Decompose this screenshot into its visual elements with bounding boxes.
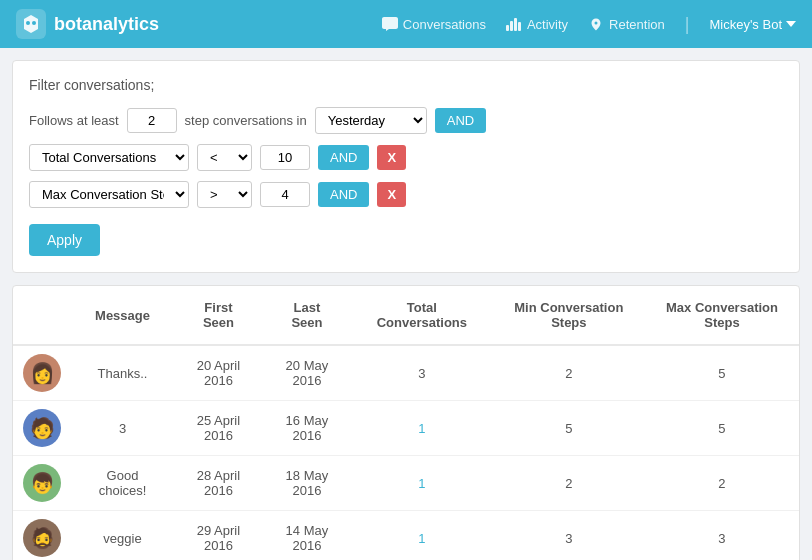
message-cell: 3 [71,401,174,456]
op-select-1[interactable]: < > = <= >= [197,144,252,171]
conversations-icon [382,17,398,31]
logo-icon [16,9,46,39]
main-content: Filter conversations; Follows at least s… [0,48,812,560]
min-steps-cell: 2 [493,456,645,511]
avatar[interactable]: 🧔 [23,519,61,557]
activity-icon [506,17,522,31]
table-row: 👩Thanks..20 April 201620 May 2016325 [13,345,799,401]
col-avatar [13,286,71,345]
filter-condition-row-2: Total Conversations Min Conversation Ste… [29,181,783,208]
follows-label: Follows at least [29,113,119,128]
filter-panel: Filter conversations; Follows at least s… [12,60,800,273]
op-select-2[interactable]: < > = <= >= [197,181,252,208]
last-seen-cell: 20 May 2016 [263,345,351,401]
max-steps-cell: 3 [645,511,799,561]
retention-icon [588,17,604,31]
avatar[interactable]: 🧑 [23,409,61,447]
first-seen-cell: 29 April 2016 [174,511,263,561]
col-message: Message [71,286,174,345]
total-conversations-cell[interactable]: 1 [351,456,493,511]
table-row: 🧑325 April 201616 May 2016155 [13,401,799,456]
nav-bot-selector[interactable]: Mickey's Bot [709,17,796,32]
min-steps-cell: 3 [493,511,645,561]
avatar-cell: 👩 [13,345,71,401]
svg-rect-3 [506,25,509,31]
nav-retention-label: Retention [609,17,665,32]
filter-condition-row-1: Total Conversations Min Conversation Ste… [29,144,783,171]
chevron-down-icon [786,21,796,27]
col-total-conversations: Total Conversations [351,286,493,345]
last-seen-cell: 18 May 2016 [263,456,351,511]
table-row: 👦Good choices!28 April 201618 May 201612… [13,456,799,511]
main-and-button[interactable]: AND [435,108,486,133]
avatar-cell: 🧔 [13,511,71,561]
svg-rect-4 [510,21,513,31]
nav-divider: | [685,14,690,35]
avatar-cell: 🧑 [13,401,71,456]
metric-select-2[interactable]: Total Conversations Min Conversation Ste… [29,181,189,208]
last-seen-cell: 16 May 2016 [263,401,351,456]
col-max-steps: Max Conversation Steps [645,286,799,345]
filter-title: Filter conversations; [29,77,783,93]
min-steps-input[interactable] [127,108,177,133]
min-steps-cell: 5 [493,401,645,456]
and-button-1[interactable]: AND [318,145,369,170]
nav-retention[interactable]: Retention [588,17,665,32]
col-min-steps: Min Conversation Steps [493,286,645,345]
filter-main-row: Follows at least step conversations in Y… [29,107,783,134]
metric-select-1[interactable]: Total Conversations Min Conversation Ste… [29,144,189,171]
conversations-table: Message First Seen Last Seen Total Conve… [13,286,799,560]
logo-text: botanalytics [54,14,159,35]
svg-rect-6 [518,22,521,31]
nav-activity[interactable]: Activity [506,17,568,32]
total-conversations-cell: 3 [351,345,493,401]
apply-button[interactable]: Apply [29,224,100,256]
max-steps-cell: 2 [645,456,799,511]
min-steps-cell: 2 [493,345,645,401]
total-conversations-cell[interactable]: 1 [351,401,493,456]
remove-button-1[interactable]: X [377,145,406,170]
first-seen-cell: 25 April 2016 [174,401,263,456]
header: botanalytics Conversations Activity Rete… [0,0,812,48]
nav-activity-label: Activity [527,17,568,32]
message-cell: Thanks.. [71,345,174,401]
svg-rect-5 [514,18,517,31]
col-first-seen: First Seen [174,286,263,345]
message-cell: veggie [71,511,174,561]
col-last-seen: Last Seen [263,286,351,345]
last-seen-cell: 14 May 2016 [263,511,351,561]
value-input-1[interactable] [260,145,310,170]
svg-point-2 [32,21,36,25]
table-header-row: Message First Seen Last Seen Total Conve… [13,286,799,345]
nav-bot-label: Mickey's Bot [709,17,782,32]
table-panel: Message First Seen Last Seen Total Conve… [12,285,800,560]
nav-area: Conversations Activity Retention | Micke… [382,14,796,35]
first-seen-cell: 20 April 2016 [174,345,263,401]
avatar-cell: 👦 [13,456,71,511]
nav-conversations[interactable]: Conversations [382,17,486,32]
table-row: 🧔veggie29 April 201614 May 2016133 [13,511,799,561]
avatar[interactable]: 👦 [23,464,61,502]
message-cell: Good choices! [71,456,174,511]
nav-conversations-label: Conversations [403,17,486,32]
period-select[interactable]: Yesterday Today Last 7 days Last 30 days [315,107,427,134]
svg-point-1 [26,21,30,25]
and-button-2[interactable]: AND [318,182,369,207]
first-seen-cell: 28 April 2016 [174,456,263,511]
max-steps-cell: 5 [645,345,799,401]
value-input-2[interactable] [260,182,310,207]
avatar[interactable]: 👩 [23,354,61,392]
logo-area: botanalytics [16,9,159,39]
step-label: step conversations in [185,113,307,128]
remove-button-2[interactable]: X [377,182,406,207]
max-steps-cell: 5 [645,401,799,456]
total-conversations-cell[interactable]: 1 [351,511,493,561]
